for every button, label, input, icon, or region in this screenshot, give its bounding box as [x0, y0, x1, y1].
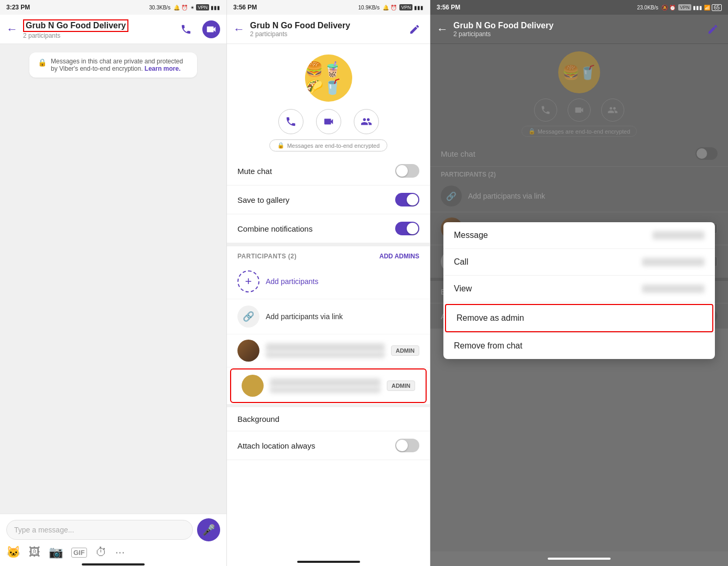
panel-3: 3:56 PM 23.0KB/s 🔕 ⏰ VPN ▮▮▮ 📶 65 ← Grub… — [430, 0, 728, 566]
encryption-text: Messages in this chat are private and pr… — [51, 58, 189, 72]
add-label: Add participants — [266, 277, 318, 286]
lock-icon-2: 🔒 — [277, 142, 285, 149]
encryption-notice: 🔒 Messages in this chat are private and … — [29, 52, 197, 78]
message-input[interactable]: Type a message... — [6, 520, 193, 540]
header-subtitle-1: 2 participants — [23, 32, 172, 39]
more-icon[interactable]: ··· — [115, 546, 125, 559]
edit-button-2[interactable] — [406, 20, 423, 38]
participants-title-2: PARTICIPANTS (2) — [237, 253, 297, 260]
dropdown-remove-chat[interactable]: Remove from chat — [443, 332, 715, 359]
learn-more-link[interactable]: Learn more. — [145, 65, 181, 72]
message-input-row: Type a message... 🎤 — [0, 514, 226, 546]
sticker-icon[interactable]: 🐱 — [6, 546, 20, 559]
remove-admin-label: Remove as admin — [457, 313, 702, 323]
bottom-indicator-3 — [548, 558, 611, 560]
participants-header-2: PARTICIPANTS (2) ADD ADMINS — [227, 243, 430, 264]
video-button-1[interactable] — [202, 20, 220, 38]
header-actions-2 — [406, 20, 423, 38]
participant-row-1[interactable]: ██████████ ███████████ ADMIN — [227, 334, 430, 367]
header-title-2: Grub N Go Food Delivery — [250, 21, 400, 30]
status-bar-1: 3:23 PM 30.3KB/s 🔔 ⏰ ✴ VPN ▮▮▮ — [0, 0, 226, 15]
attach-toggle[interactable] — [395, 439, 419, 452]
header-info-2: Grub N Go Food Delivery 2 participants — [250, 21, 400, 38]
status-bar-2: 3:56 PM 10.9KB/s 🔔 ⏰ VPN ▮▮▮ — [227, 0, 430, 15]
call-label: Call — [454, 257, 636, 267]
header-title-3: Grub N Go Food Delivery — [453, 21, 699, 30]
back-button-1[interactable]: ← — [6, 23, 18, 36]
group-circle-2[interactable] — [354, 109, 379, 134]
wifi-3: 📶 — [704, 5, 710, 10]
back-button-3[interactable]: ← — [437, 23, 448, 36]
context-dropdown: Message ██████████ Call ████████████ Vie… — [443, 222, 715, 359]
participant-avatar-1 — [237, 340, 259, 362]
view-label: View — [454, 284, 636, 293]
action-icons-row-2 — [278, 109, 379, 134]
edit-button-3[interactable] — [704, 20, 722, 38]
gallery-label: Save to gallery — [237, 195, 289, 204]
setting-gallery: Save to gallery — [227, 186, 430, 214]
participant-info-2: ████████ ███████████ — [270, 378, 381, 393]
battery-3: 65 — [712, 4, 722, 11]
header-actions-1 — [177, 20, 220, 38]
admin-badge-2: ADMIN — [387, 380, 415, 391]
attach-location-row: Attach location always — [227, 431, 430, 460]
participant-name-1: ██████████ — [266, 343, 385, 352]
vpn-badge-3: VPN — [678, 4, 691, 10]
notifications-toggle[interactable] — [395, 222, 419, 235]
encrypted-badge-2: 🔒 Messages are end-to-end encrypted — [269, 139, 388, 151]
header-info-1: Grub N Go Food Delivery 2 participants — [23, 19, 172, 39]
header-subtitle-2: 2 participants — [250, 30, 400, 38]
gallery-toggle[interactable] — [395, 193, 419, 206]
time-2: 3:56 PM — [233, 4, 257, 11]
call-button-1[interactable] — [177, 20, 195, 38]
group-avatar-2: 🍔🧋🌮🥤 — [305, 55, 352, 102]
status-icons-3: 23.0KB/s 🔕 ⏰ VPN ▮▮▮ 📶 65 — [637, 4, 722, 11]
timer-icon[interactable]: ⏱ — [95, 546, 107, 559]
top-bar-2: ← Grub N Go Food Delivery 2 participants — [227, 15, 430, 44]
attach-label: Attach location always — [237, 441, 315, 450]
link-icon: 🔗 — [237, 306, 259, 328]
background-row[interactable]: Background — [227, 404, 430, 431]
notifications-label: Combine notifications — [237, 224, 312, 233]
participant-info-1: ██████████ ███████████ — [266, 343, 385, 358]
dropdown-remove-admin[interactable]: Remove as admin — [445, 304, 713, 332]
add-admins-button[interactable]: ADD ADMINS — [379, 253, 419, 260]
back-button-2[interactable]: ← — [233, 23, 245, 36]
top-bar-3: ← Grub N Go Food Delivery 2 participants — [430, 15, 728, 44]
participant-name-2: ████████ — [270, 378, 381, 387]
mute-label: Mute chat — [237, 167, 272, 176]
profile-section-2: 🍔🧋🌮🥤 🔒 Messages are end-to-end encrypted — [227, 44, 430, 157]
add-participant-row[interactable]: + Add participants — [227, 264, 430, 299]
camera-icon[interactable]: 📷 — [49, 546, 63, 559]
data-speed-1: 30.3KB/s — [149, 5, 171, 10]
status-icons-2: 10.9KB/s 🔔 ⏰ VPN ▮▮▮ — [358, 4, 423, 10]
bottom-bar-1: Type a message... 🎤 🐱 🖼 📷 GIF ⏱ ··· — [0, 514, 226, 566]
image-icon[interactable]: 🖼 — [29, 546, 40, 559]
dropdown-view[interactable]: View ████████████ — [443, 276, 715, 302]
mic-button[interactable]: 🎤 — [197, 518, 220, 541]
setting-notifications: Combine notifications — [227, 214, 430, 243]
mute-toggle[interactable] — [395, 164, 419, 178]
dropdown-message[interactable]: Message ██████████ — [443, 222, 715, 249]
signal-icon: ▮▮▮ — [211, 5, 220, 10]
chat-area: 🔒 Messages in this chat are private and … — [0, 44, 226, 514]
call-circle-2[interactable] — [278, 109, 303, 134]
add-via-link-row[interactable]: 🔗 Add participants via link — [227, 299, 430, 334]
header-subtitle-3: 2 participants — [453, 30, 699, 38]
panel-2: 3:56 PM 10.9KB/s 🔔 ⏰ VPN ▮▮▮ ← Grub N Go… — [227, 0, 430, 566]
header-title-1: Grub N Go Food Delivery — [26, 21, 126, 30]
bt-icon: ✴ — [190, 5, 194, 10]
admin-badge-1: ADMIN — [391, 345, 419, 356]
participant-row-2[interactable]: ████████ ███████████ ADMIN — [230, 368, 427, 403]
header-title-box-1: Grub N Go Food Delivery — [23, 19, 128, 32]
gif-icon[interactable]: GIF — [71, 548, 87, 558]
bottom-indicator-1 — [82, 563, 145, 565]
video-circle-2[interactable] — [316, 109, 341, 134]
dropdown-call[interactable]: Call ████████████ — [443, 249, 715, 276]
lock-icon: 🔒 — [38, 58, 47, 67]
panel3-bottom — [430, 551, 728, 566]
background-label: Background — [237, 415, 279, 423]
signal-2: ▮▮▮ — [414, 5, 423, 10]
signal-3: ▮▮▮ — [693, 5, 702, 10]
vpn-badge: VPN — [196, 4, 209, 10]
